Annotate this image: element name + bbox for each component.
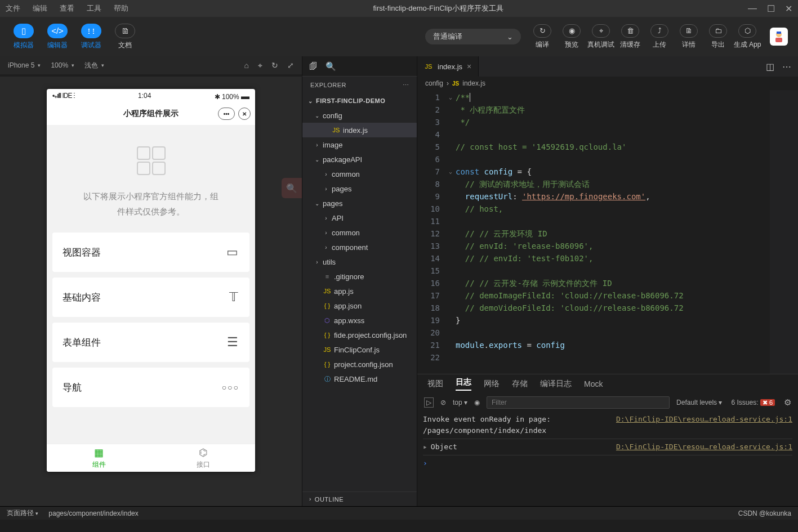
debugger-button[interactable]: ⫶⫶ 调试器: [78, 24, 105, 50]
tree-node[interactable]: JS app.js: [302, 284, 417, 298]
location-icon[interactable]: ⌖: [258, 61, 262, 70]
code-editor[interactable]: 12345678910111213141516171819202122 ⌄⌄ /…: [417, 90, 798, 374]
split-icon[interactable]: ◫: [766, 61, 774, 72]
breadcrumb[interactable]: config› JS index.js: [417, 77, 798, 90]
detail-button[interactable]: 🗎详情: [674, 24, 703, 50]
tree-root[interactable]: ⌄FIRST-FINCLIP-DEMO: [302, 93, 417, 108]
capsule-menu-icon[interactable]: •••: [218, 108, 235, 120]
remote-debug-button[interactable]: ⌖真机调试: [586, 24, 616, 50]
refresh-sim-icon[interactable]: ↻: [271, 61, 278, 70]
editor-button[interactable]: </> 编辑器: [44, 24, 71, 50]
compile-mode-select[interactable]: 普通编译 ⌄: [425, 29, 521, 44]
menu-edit[interactable]: 编辑: [33, 3, 47, 14]
settings-icon[interactable]: ⚙: [784, 397, 791, 408]
simulator-subbar: iPhone 5▾ 100%▾ 浅色▾ ⌂ ⌖ ↻ ⤢: [0, 56, 302, 74]
panel-tab-compilelog[interactable]: 编译日志: [540, 379, 572, 389]
tree-node[interactable]: ›component: [302, 240, 417, 254]
menu-file[interactable]: 文件: [6, 3, 20, 14]
panel-tab-log[interactable]: 日志: [456, 377, 471, 391]
sliders-icon: ⫶⫶: [81, 24, 101, 38]
doc-icon: 🗎: [115, 24, 135, 38]
source-link[interactable]: D:\FinClip-IDE\resou…reload-service.js:1: [616, 441, 792, 453]
panel-tab-view[interactable]: 视图: [427, 379, 443, 389]
console-output[interactable]: Invoke event onReady in page: /pages/com…: [417, 412, 798, 506]
tab-close-icon[interactable]: ×: [467, 62, 471, 71]
tree-node[interactable]: ›utils: [302, 254, 417, 269]
zoom-select[interactable]: 100%▾: [51, 61, 74, 69]
doc-button[interactable]: 🗎 文档: [112, 24, 139, 50]
gen-app-button[interactable]: ⬡生成 App: [733, 24, 762, 50]
explorer-more-icon[interactable]: ⋯: [403, 82, 409, 89]
no-icon[interactable]: ⊘: [440, 399, 446, 406]
home-icon[interactable]: ⌂: [244, 61, 249, 70]
tree-node[interactable]: JS index.js: [302, 123, 417, 137]
eye-filter-icon[interactable]: ◉: [474, 399, 480, 406]
tree-node[interactable]: ≡ .gitignore: [302, 269, 417, 284]
list-item[interactable]: 基础内容𝕋: [52, 278, 249, 317]
tree-node[interactable]: ›pages: [302, 181, 417, 196]
play-icon[interactable]: ▷: [424, 397, 434, 408]
issues-button[interactable]: 6 Issues: ✖ 6: [731, 399, 775, 406]
refresh-icon: ↻: [533, 24, 551, 38]
files-icon[interactable]: 🗐: [309, 61, 318, 71]
tab-api[interactable]: ⌬接口: [151, 444, 255, 472]
menu-tool[interactable]: 工具: [87, 3, 101, 14]
tab-component[interactable]: ▦组件: [47, 444, 151, 472]
tree-node[interactable]: ›API: [302, 211, 417, 225]
maximize-icon[interactable]: ☐: [767, 3, 775, 14]
expand-icon[interactable]: ⤢: [287, 61, 294, 70]
list-item[interactable]: 表单组件☰: [52, 323, 249, 362]
cube-icon: ⬡: [738, 24, 756, 38]
tree-node[interactable]: { } app.json: [302, 298, 417, 313]
list-item[interactable]: 视图容器▭: [52, 233, 249, 272]
more-icon[interactable]: ⋯: [782, 61, 791, 72]
simulator-button[interactable]: ▯ 模拟器: [10, 24, 37, 50]
device-select[interactable]: iPhone 5▾: [8, 61, 41, 69]
tree-node[interactable]: ⌄pages: [302, 196, 417, 211]
panel-tab-mock[interactable]: Mock: [584, 379, 603, 388]
code-content[interactable]: /** * 小程序配置文件 */ // const host = '145926…: [456, 90, 770, 374]
pagepath-value: pages/component/index/index: [48, 509, 138, 517]
menu-view[interactable]: 查看: [60, 3, 74, 14]
panel-tab-storage[interactable]: 存储: [512, 379, 528, 389]
phone-navbar: 小程序组件展示 ••• ✕: [47, 102, 255, 125]
svg-rect-1: [777, 32, 781, 34]
theme-select[interactable]: 浅色▾: [84, 61, 104, 70]
tree-node[interactable]: ⬡ app.wxss: [302, 313, 417, 328]
editor-tabbar: JS index.js × ◫ ⋯: [417, 56, 798, 77]
tree-node[interactable]: ›image: [302, 137, 417, 152]
tree-node[interactable]: ⌄packageAPI: [302, 152, 417, 167]
source-link[interactable]: D:\FinClip-IDE\resou…reload-service.js:1: [616, 414, 792, 436]
pagepath-label[interactable]: 页面路径 ▾: [7, 508, 38, 518]
close-icon[interactable]: ✕: [785, 3, 792, 14]
menu-help[interactable]: 帮助: [114, 3, 128, 14]
tree-node[interactable]: ›common: [302, 225, 417, 240]
tree-node[interactable]: ›common: [302, 167, 417, 181]
detail-icon: 🗎: [680, 24, 698, 38]
minimize-icon[interactable]: —: [748, 3, 757, 14]
tree-node[interactable]: { } fide.project.config.json: [302, 328, 417, 342]
panel-tab-network[interactable]: 网络: [484, 379, 500, 389]
user-avatar[interactable]: [770, 28, 788, 46]
fold-gutter[interactable]: ⌄⌄: [445, 90, 456, 374]
clear-cache-button[interactable]: 🗑清缓存: [616, 24, 645, 50]
preview-button[interactable]: ◉预览: [557, 24, 586, 50]
upload-button[interactable]: ⤴上传: [645, 24, 674, 50]
search-icon[interactable]: 🔍: [326, 61, 336, 71]
tab-index-js[interactable]: JS index.js ×: [417, 56, 479, 77]
compile-button[interactable]: ↻编译: [528, 24, 557, 50]
scope-select[interactable]: top ▾: [453, 399, 467, 406]
capsule-close-icon[interactable]: ✕: [238, 108, 251, 120]
tree-node[interactable]: JS FinClipConf.js: [302, 342, 417, 357]
levels-select[interactable]: Default levels ▾: [676, 399, 722, 406]
tree-node[interactable]: ⓘ README.md: [302, 372, 417, 386]
outline-header[interactable]: ›OUTLINE: [302, 491, 417, 506]
tree-node[interactable]: ⌄config: [302, 108, 417, 123]
tree-node[interactable]: { } project.config.json: [302, 357, 417, 372]
minimap[interactable]: [770, 90, 798, 374]
filter-input[interactable]: Filter: [487, 396, 670, 409]
bottom-panel: 视图 日志 网络 存储 编译日志 Mock ▷ ⊘ top ▾ ◉ Filter…: [417, 374, 798, 506]
export-button[interactable]: 🗀导出: [703, 24, 733, 50]
phone-body[interactable]: 🔍 以下将展示小程序官方组件能力，组 件样式仅供参考。 视图容器▭ 基础内容𝕋 …: [47, 125, 255, 444]
list-item[interactable]: 导航○○○: [52, 368, 249, 407]
